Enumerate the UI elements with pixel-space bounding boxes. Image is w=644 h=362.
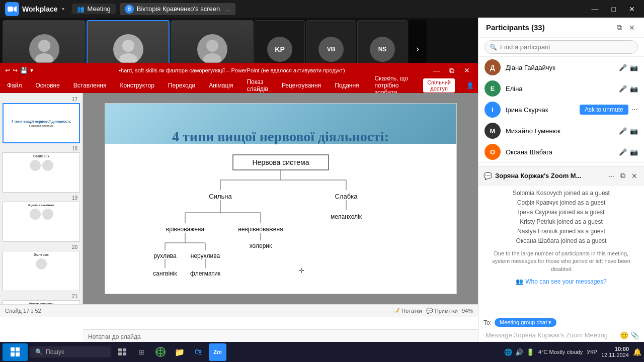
notes-btn[interactable]: 📝 Нотатки <box>393 308 422 314</box>
participant-icons-4: 🎤 📷 <box>619 127 638 135</box>
screen-tab[interactable]: B Вікторія Кравченко's screen ... <box>120 3 236 15</box>
ppt-status-right: 📝 Нотатки 💬 Примітки 94% <box>393 308 473 314</box>
screen-tab-more[interactable]: ... <box>226 6 230 12</box>
ppt-quick-undo[interactable]: ↩ <box>5 67 10 74</box>
start-button[interactable] <box>3 343 28 361</box>
participant-item-5[interactable]: О Оксана Шабага 🎤 📷 <box>478 141 644 162</box>
participant-name-2: Еліна <box>506 85 614 93</box>
ppt-quick-redo[interactable]: ↪ <box>13 67 18 74</box>
comments-btn[interactable]: 💬 Примітки <box>426 308 458 314</box>
slide-diagram-area: Нервова система Сильна <box>115 152 446 293</box>
participants-close-btn[interactable]: ✕ <box>627 22 636 33</box>
ribbon-design[interactable]: Конструктор <box>117 80 157 91</box>
chat-msg-1: Solomia Kosovych joined as a guest <box>485 190 638 197</box>
chat-to-badge[interactable]: Meeting group chat ▾ <box>495 318 556 327</box>
taskbar-search-text: Пошук <box>46 348 64 355</box>
participants-search-bar: 🔍 <box>478 38 644 57</box>
svg-rect-38 <box>16 347 20 351</box>
slide-thumb-18[interactable]: Сангвінік <box>3 152 80 193</box>
emoji-btn[interactable]: 🙂 <box>620 331 628 339</box>
ppt-quick-more[interactable]: ▾ <box>30 67 33 74</box>
ask-unmute-btn[interactable]: Ask to unmute <box>580 105 628 115</box>
slide-title: 4 типи вищої нервової діяльності: <box>172 129 389 145</box>
ppt-share-btn[interactable]: Спільний доступ <box>423 78 455 93</box>
ppt-slide-panel: 17 4 типи вищої нервової діяльності: Нер… <box>0 93 83 304</box>
svg-rect-42 <box>123 348 126 351</box>
chat-input-row: 🙂 📎 <box>484 329 639 341</box>
taskbar-zoom[interactable]: Zm <box>209 343 226 361</box>
ppt-quick-save[interactable]: 💾 <box>20 67 28 74</box>
taskbar-search-icon: 🔍 <box>35 348 43 355</box>
ppt-close-btn[interactable]: ✕ <box>461 64 473 76</box>
svg-text:врівноважена: врівноважена <box>166 226 204 233</box>
chat-who-can-see[interactable]: 👥 Who can see your messages? <box>485 276 638 287</box>
participant-avatar-2: Е <box>485 80 501 97</box>
participant-name-5: Оксана Шабага <box>506 148 614 156</box>
meeting-tab[interactable]: 👥 Meeting <box>72 4 116 14</box>
taskbar-right: 🌐 🔊 🔋 4°C Mostly cloudy УКР 10:00 12.11.… <box>504 346 641 358</box>
attachment-btn[interactable]: 📎 <box>630 331 639 339</box>
slide-number-indicator: 17 <box>3 96 80 103</box>
taskbar-battery-icon: 🔋 <box>526 348 534 356</box>
ribbon-file[interactable]: Файл <box>4 80 25 91</box>
ribbon-insert[interactable]: Вставлення <box>70 80 110 91</box>
search-icon: 🔍 <box>490 44 497 51</box>
chat-notice: Due to the large number of participants … <box>485 247 638 276</box>
participants-expand-btn[interactable]: ⧉ <box>615 22 623 33</box>
participant-name-3: Ірина Скурчак <box>506 106 575 114</box>
ppt-content-area: 17 4 типи вищої нервової діяльності: Нер… <box>0 93 478 304</box>
taskbar-browser[interactable] <box>151 343 169 361</box>
maximize-button[interactable]: □ <box>608 3 620 15</box>
minimize-button[interactable]: — <box>588 3 603 15</box>
slide-count: Слайд 17 з 52 <box>5 308 41 314</box>
participant-icons-3: Ask to unmute ··· <box>580 105 638 115</box>
taskbar-widgets[interactable]: ⊞ <box>132 343 150 361</box>
taskbar-taskview[interactable] <box>113 343 131 361</box>
svg-text:Слабка: Слабка <box>335 193 358 200</box>
ppt-minimize-btn[interactable]: — <box>431 64 443 76</box>
ribbon-view[interactable]: Подання <box>332 80 362 91</box>
ribbon-transitions[interactable]: Переходи <box>165 80 198 91</box>
chat-more-btn[interactable]: ··· <box>607 170 616 182</box>
participant-icons-5: 🎤 📷 <box>619 148 638 156</box>
ribbon-home[interactable]: Основне <box>33 80 63 91</box>
chat-to-row: To: Meeting group chat ▾ <box>484 318 639 327</box>
slide-thumb-21[interactable]: Відомі холерики <box>3 300 80 304</box>
participants-header: Participants (33) ⧉ ✕ <box>478 18 644 38</box>
taskbar-datetime: 10:00 12.11.2024 <box>601 346 629 358</box>
participant-item-3[interactable]: І Ірина Скурчак Ask to unmute ··· <box>478 99 644 120</box>
participants-search-input[interactable] <box>485 40 638 54</box>
screen-tab-label: Вікторія Кравченко's screen <box>137 5 220 13</box>
svg-text:неврівноважена: неврівноважена <box>238 226 283 233</box>
participant-item-4[interactable]: М Михайло Гуменюк 🎤 📷 <box>478 120 644 141</box>
slide-thumb-20[interactable]: Холерик <box>3 251 80 291</box>
taskbar-search[interactable]: 🔍 Пошук <box>30 346 111 357</box>
participant-avatar-5: О <box>485 144 501 160</box>
ribbon-review[interactable]: Рецензування <box>279 80 324 91</box>
participant-item-1[interactable]: Д Діана Гайдайчук 🎤 📷 <box>478 57 644 78</box>
slide-num-21: 21 <box>3 293 80 300</box>
ribbon-animations[interactable]: Анімація <box>206 80 236 91</box>
chat-close-btn[interactable]: ✕ <box>630 170 639 182</box>
taskbar-store[interactable]: 🛍 <box>190 343 207 361</box>
ppt-statusbar: Слайд 17 з 52 📝 Нотатки 💬 Примітки 94% <box>0 304 478 317</box>
ppt-restore-btn[interactable]: ⧉ <box>446 64 458 76</box>
taskbar-files[interactable]: 📁 <box>171 343 188 361</box>
svg-rect-41 <box>118 348 122 351</box>
slide-thumb-active[interactable]: 4 типи вищої нервової діяльності: Нервов… <box>3 103 80 143</box>
participant-item-2[interactable]: Е Еліна 🎤 📷 <box>478 78 644 99</box>
taskbar-keyboard-lang: УКР <box>587 349 597 355</box>
close-button[interactable]: ✕ <box>625 3 639 15</box>
participant-avatar-1: Д <box>485 59 501 75</box>
slide-num-20: 20 <box>3 243 80 251</box>
taskbar-notification-icon[interactable]: 🔔 <box>633 348 641 356</box>
ribbon-slideshow[interactable]: Показ слайдів <box>244 76 271 95</box>
slide-thumb-19[interactable]: Відомі сангвініки <box>3 202 80 242</box>
chat-input[interactable] <box>484 329 617 341</box>
video-icon-5: 📷 <box>630 148 638 156</box>
svg-marker-1 <box>14 6 17 12</box>
zoom-header: Workplace ▾ 👥 Meeting B Вікторія Кравчен… <box>0 0 644 18</box>
chat-msg-2: Софія Кравчук joined as a guest <box>485 199 638 206</box>
chat-expand-btn[interactable]: ⧉ <box>619 170 627 182</box>
participant-more-btn-3[interactable]: ··· <box>631 105 638 115</box>
